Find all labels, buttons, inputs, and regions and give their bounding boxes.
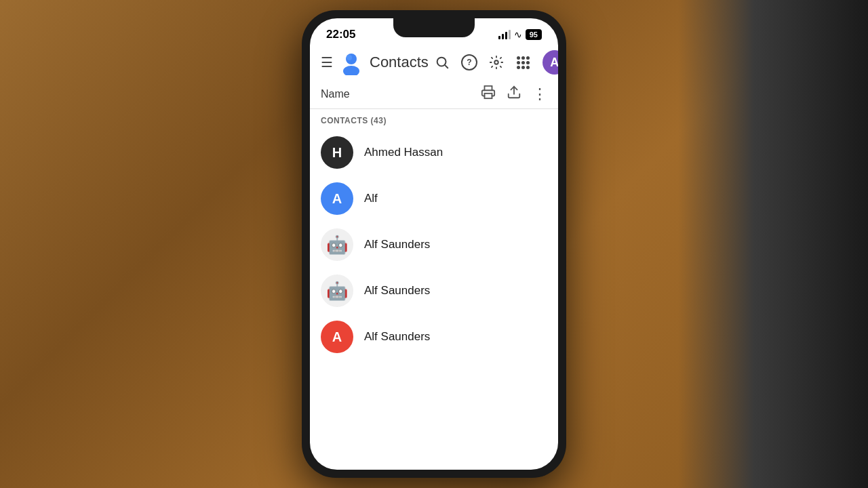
contact-avatar: 🤖 — [321, 228, 353, 261]
user-avatar[interactable]: A — [542, 50, 558, 75]
svg-point-1 — [343, 66, 359, 75]
svg-point-5 — [494, 60, 498, 64]
more-options-button[interactable]: ⋮ — [532, 85, 547, 103]
sort-label: Name — [321, 88, 350, 100]
status-icons: ∿ 95 — [498, 29, 542, 40]
contacts-count: CONTACTS (43) — [310, 109, 558, 129]
grid-icon — [517, 56, 530, 69]
status-time: 22:05 — [326, 28, 355, 41]
contacts-logo — [338, 49, 364, 75]
sort-header: Name ⋮ — [310, 79, 558, 109]
contact-item[interactable]: H Ahmed Hassan — [310, 129, 558, 176]
battery-indicator: 95 — [526, 29, 542, 40]
help-icon: ? — [461, 54, 477, 70]
contact-avatar: 🤖 — [321, 274, 353, 307]
contact-avatar: A — [321, 321, 353, 353]
contact-item[interactable]: 🤖 Alf Saunders — [310, 222, 558, 268]
contact-name: Alf — [364, 192, 378, 205]
help-button[interactable]: ? — [461, 54, 477, 70]
contact-name: Ahmed Hassan — [364, 146, 443, 159]
menu-button[interactable]: ☰ — [321, 54, 333, 70]
phone-frame: 22:05 ∿ 95 ☰ Cont — [302, 10, 566, 478]
contact-list: H Ahmed Hassan A Alf 🤖 Alf Saunders — [310, 129, 558, 470]
signal-icon — [498, 30, 511, 39]
sort-actions: ⋮ — [481, 85, 547, 103]
notch — [393, 18, 475, 37]
contact-item[interactable]: A Alf — [310, 176, 558, 222]
svg-line-4 — [445, 65, 448, 68]
search-button[interactable] — [434, 54, 450, 70]
svg-point-2 — [347, 55, 352, 60]
export-button[interactable] — [507, 85, 521, 103]
wifi-icon: ∿ — [514, 29, 522, 40]
app-title: Contacts — [370, 54, 429, 71]
grid-button[interactable] — [515, 54, 532, 70]
header-actions: ? A — [434, 50, 558, 75]
contact-item[interactable]: A Alf Saunders — [310, 314, 558, 360]
contact-name: Alf Saunders — [364, 238, 430, 251]
settings-button[interactable] — [488, 54, 505, 70]
contact-name: Alf Saunders — [364, 284, 430, 298]
svg-rect-6 — [485, 94, 492, 98]
contact-avatar: H — [321, 136, 353, 169]
contact-item[interactable]: 🤖 Alf Saunders — [310, 268, 558, 314]
print-button[interactable] — [481, 85, 496, 103]
screen: 22:05 ∿ 95 ☰ Cont — [310, 18, 558, 470]
contact-avatar: A — [321, 182, 353, 215]
contact-name: Alf Saunders — [364, 330, 430, 344]
app-header: ☰ Contacts — [310, 45, 558, 79]
